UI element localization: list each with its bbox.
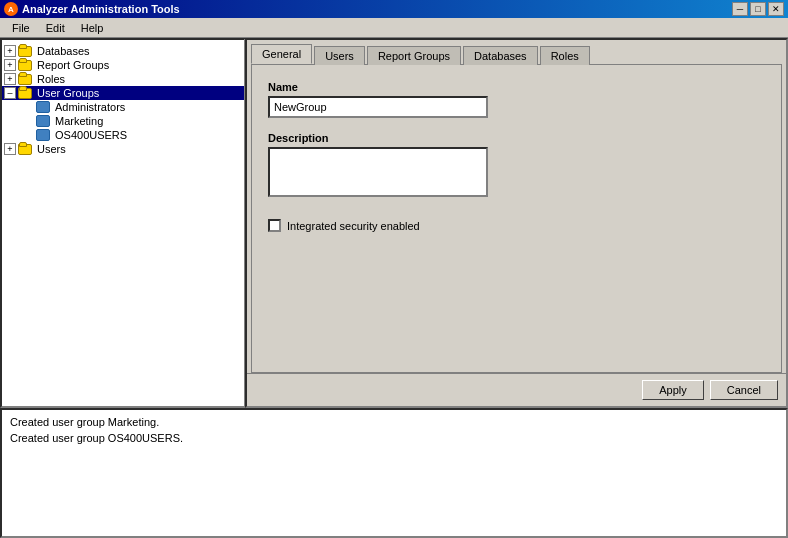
expand-user-groups[interactable]: – bbox=[4, 87, 16, 99]
menu-help[interactable]: Help bbox=[73, 20, 112, 36]
expand-report-groups[interactable]: + bbox=[4, 59, 16, 71]
tab-roles[interactable]: Roles bbox=[540, 46, 590, 65]
expand-databases[interactable]: + bbox=[4, 45, 16, 57]
log-line-0: Created user group Marketing. bbox=[10, 414, 778, 430]
group-icon-administrators bbox=[36, 101, 52, 113]
tab-users[interactable]: Users bbox=[314, 46, 365, 65]
tree-label-roles: Roles bbox=[37, 73, 65, 85]
tab-databases[interactable]: Databases bbox=[463, 46, 538, 65]
tree-item-report-groups[interactable]: + Report Groups bbox=[2, 58, 244, 72]
tab-report-groups[interactable]: Report Groups bbox=[367, 46, 461, 65]
folder-icon-users bbox=[18, 143, 34, 155]
tree-label-databases: Databases bbox=[37, 45, 90, 57]
log-line-1: Created user group OS400USERS. bbox=[10, 430, 778, 446]
name-group: Name bbox=[268, 81, 765, 118]
description-group: Description bbox=[268, 132, 765, 199]
folder-icon-roles bbox=[18, 73, 34, 85]
integrated-security-checkbox[interactable] bbox=[268, 219, 281, 232]
tree-label-users: Users bbox=[37, 143, 66, 155]
title-bar-buttons: ─ □ ✕ bbox=[732, 2, 784, 16]
name-label: Name bbox=[268, 81, 765, 93]
tab-general[interactable]: General bbox=[251, 44, 312, 64]
apply-button[interactable]: Apply bbox=[642, 380, 704, 400]
tabs-container: General Users Report Groups Databases Ro… bbox=[247, 40, 786, 64]
tree-label-os400users: OS400USERS bbox=[55, 129, 127, 141]
group-icon-marketing bbox=[36, 115, 52, 127]
tree-label-marketing: Marketing bbox=[55, 115, 103, 127]
checkbox-row: Integrated security enabled bbox=[268, 219, 765, 232]
tree-label-user-groups: User Groups bbox=[37, 87, 99, 99]
tree-panel: + Databases + Report Groups + bbox=[0, 38, 245, 408]
tree-item-roles[interactable]: + Roles bbox=[2, 72, 244, 86]
content-area: + Databases + Report Groups + bbox=[0, 38, 788, 408]
tree-item-marketing[interactable]: Marketing bbox=[2, 114, 244, 128]
group-icon-os400users bbox=[36, 129, 52, 141]
description-input[interactable] bbox=[268, 147, 488, 197]
folder-icon-report-groups bbox=[18, 59, 34, 71]
title-bar: A Analyzer Administration Tools ─ □ ✕ bbox=[0, 0, 788, 18]
tree-item-user-groups[interactable]: – User Groups bbox=[2, 86, 244, 100]
menu-edit[interactable]: Edit bbox=[38, 20, 73, 36]
tree-label-report-groups: Report Groups bbox=[37, 59, 109, 71]
folder-icon-databases bbox=[18, 45, 34, 57]
tab-content-general: Name Description Integrated security ena… bbox=[251, 64, 782, 373]
expand-users[interactable]: + bbox=[4, 143, 16, 155]
tree-item-os400users[interactable]: OS400USERS bbox=[2, 128, 244, 142]
tree-item-users[interactable]: + Users bbox=[2, 142, 244, 156]
tree-item-administrators[interactable]: Administrators bbox=[2, 100, 244, 114]
tree-label-administrators: Administrators bbox=[55, 101, 125, 113]
tree-item-databases[interactable]: + Databases bbox=[2, 44, 244, 58]
menu-bar: File Edit Help bbox=[0, 18, 788, 38]
maximize-button[interactable]: □ bbox=[750, 2, 766, 16]
main-container: + Databases + Report Groups + bbox=[0, 38, 788, 538]
name-input[interactable] bbox=[268, 96, 488, 118]
expand-roles[interactable]: + bbox=[4, 73, 16, 85]
description-label: Description bbox=[268, 132, 765, 144]
minimize-button[interactable]: ─ bbox=[732, 2, 748, 16]
integrated-security-label: Integrated security enabled bbox=[287, 220, 420, 232]
title-bar-text: Analyzer Administration Tools bbox=[22, 3, 732, 15]
log-panel: Created user group Marketing. Created us… bbox=[0, 408, 788, 538]
button-bar: Apply Cancel bbox=[247, 373, 786, 406]
close-button[interactable]: ✕ bbox=[768, 2, 784, 16]
folder-icon-user-groups bbox=[18, 87, 34, 99]
menu-file[interactable]: File bbox=[4, 20, 38, 36]
right-panel: General Users Report Groups Databases Ro… bbox=[245, 38, 788, 408]
app-icon: A bbox=[4, 2, 18, 16]
cancel-button[interactable]: Cancel bbox=[710, 380, 778, 400]
